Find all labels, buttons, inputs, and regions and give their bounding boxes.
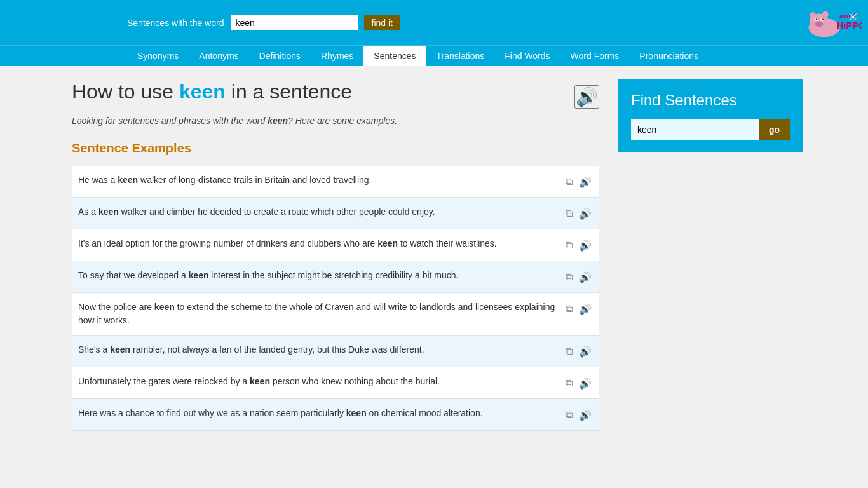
- copy-button[interactable]: ⧉: [564, 344, 574, 358]
- svg-point-3: [822, 11, 829, 18]
- speaker-button[interactable]: 🔊: [578, 344, 593, 359]
- table-row: As a keen walker and climber he decided …: [72, 198, 599, 229]
- tab-antonyms[interactable]: Antonyms: [189, 46, 248, 66]
- sentence-text: To say that we developed a keen interest…: [78, 269, 558, 282]
- search-input[interactable]: [231, 15, 358, 30]
- sentence-icons: ⧉🔊: [564, 173, 593, 189]
- speaker-button-main[interactable]: 🔊: [574, 85, 599, 109]
- nav-tabs: Synonyms Antonyms Definitions Rhymes Sen…: [0, 45, 868, 66]
- tab-pronunciations[interactable]: Pronunciations: [629, 46, 709, 66]
- speaker-button[interactable]: 🔊: [578, 270, 593, 285]
- speaker-button[interactable]: 🔊: [578, 175, 593, 189]
- sentence-icons: ⧉🔊: [564, 205, 593, 221]
- table-row: It's an ideal option for the growing num…: [72, 229, 599, 261]
- table-row: She's a keen rambler, not always a fan o…: [72, 336, 599, 367]
- tab-find-words[interactable]: Find Words: [494, 46, 560, 66]
- sentence-text: She's a keen rambler, not always a fan o…: [78, 343, 558, 356]
- sentences-list: He was a keen walker of long-distance tr…: [72, 166, 599, 431]
- sentence-text: It's an ideal option for the growing num…: [78, 237, 558, 250]
- find-sentences-input[interactable]: [631, 119, 759, 140]
- copy-button[interactable]: ⧉: [564, 376, 574, 390]
- sidebar: Find Sentences go: [618, 79, 803, 431]
- copy-button[interactable]: ⧉: [564, 270, 574, 284]
- tab-synonyms[interactable]: Synonyms: [127, 46, 189, 66]
- intro-text: Looking for sentences and phrases with t…: [72, 116, 599, 126]
- copy-button[interactable]: ⧉: [564, 238, 574, 252]
- sentence-text: Unfortunately the gates were relocked by…: [78, 375, 558, 388]
- find-it-button[interactable]: find it: [364, 15, 400, 30]
- copy-button[interactable]: ⧉: [564, 175, 574, 189]
- sentence-icons: ⧉🔊: [564, 375, 593, 391]
- sentence-icons: ⧉🔊: [564, 301, 593, 316]
- speaker-button[interactable]: 🔊: [578, 238, 593, 253]
- find-sentences-title: Find Sentences: [631, 92, 790, 109]
- speaker-button[interactable]: 🔊: [578, 302, 593, 316]
- find-sentences-form: go: [631, 119, 790, 140]
- svg-point-8: [815, 22, 823, 27]
- tab-sentences[interactable]: Sentences: [363, 46, 426, 66]
- section-title: Sentence Examples: [72, 141, 599, 156]
- tab-rhymes[interactable]: Rhymes: [311, 46, 363, 66]
- content-area: How to use keen in a sentence 🔊 Looking …: [72, 79, 599, 431]
- table-row: Unfortunately the gates were relocked by…: [72, 367, 599, 399]
- sentence-text: As a keen walker and climber he decided …: [78, 205, 558, 219]
- table-row: Now the police are keen to extend the sc…: [72, 293, 599, 336]
- table-row: To say that we developed a keen interest…: [72, 261, 599, 293]
- page-title: How to use keen in a sentence: [72, 79, 352, 105]
- speaker-button[interactable]: 🔊: [578, 376, 593, 391]
- search-label: Sentences with the word: [127, 18, 224, 28]
- find-sentences-box: Find Sentences go: [618, 79, 803, 152]
- speaker-button[interactable]: 🔊: [578, 207, 593, 221]
- copy-button[interactable]: ⧉: [564, 302, 574, 316]
- speaker-button[interactable]: 🔊: [578, 408, 593, 423]
- svg-point-2: [810, 12, 816, 18]
- copy-button[interactable]: ⧉: [564, 207, 574, 220]
- find-sentences-go-button[interactable]: go: [759, 119, 790, 140]
- tab-translations[interactable]: Translations: [426, 46, 495, 66]
- svg-point-7: [822, 18, 823, 20]
- table-row: Here was a chance to find out why we as …: [72, 399, 599, 431]
- sentence-text: He was a keen walker of long-distance tr…: [78, 173, 558, 187]
- sentence-icons: ⧉🔊: [564, 343, 593, 359]
- asterisk-icon: ✳: [848, 10, 858, 25]
- svg-point-6: [816, 18, 817, 20]
- sentence-icons: ⧉🔊: [564, 269, 593, 285]
- copy-button[interactable]: ⧉: [564, 408, 574, 422]
- tab-word-forms[interactable]: Word Forms: [560, 46, 630, 66]
- tab-definitions[interactable]: Definitions: [249, 46, 311, 66]
- sentence-icons: ⧉🔊: [564, 407, 593, 423]
- sentence-text: Here was a chance to find out why we as …: [78, 407, 558, 420]
- sentence-icons: ⧉🔊: [564, 237, 593, 253]
- sentence-text: Now the police are keen to extend the sc…: [78, 301, 558, 327]
- table-row: He was a keen walker of long-distance tr…: [72, 166, 599, 198]
